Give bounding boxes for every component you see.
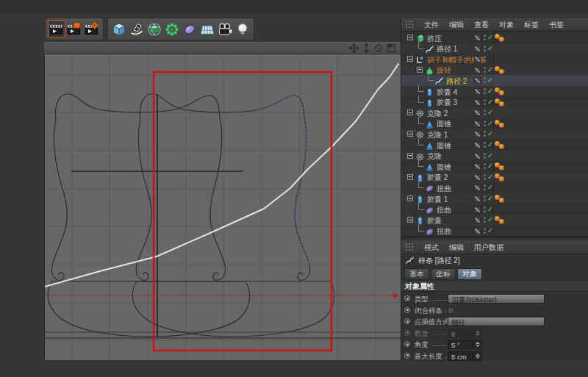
bend-object-icon[interactable] xyxy=(425,183,434,193)
layer-chip-icon[interactable] xyxy=(474,56,481,62)
object-row[interactable]: 胡子和帽子的样条 xyxy=(401,54,588,65)
layer-chip-icon[interactable] xyxy=(474,99,481,106)
spinner-icon[interactable] xyxy=(473,341,481,348)
object-label[interactable]: 路径 2 xyxy=(446,76,467,87)
object-row[interactable]: 克隆 1✓ xyxy=(401,129,588,140)
visibility-dots-icon[interactable] xyxy=(484,88,486,94)
layer-chip-icon[interactable] xyxy=(474,131,481,137)
visibility-dots-icon[interactable] xyxy=(484,131,486,137)
object-label[interactable]: 圆锥 xyxy=(437,141,451,151)
render-settings-icon[interactable] xyxy=(83,20,101,38)
enabled-check-icon[interactable]: ✓ xyxy=(487,33,493,41)
enabled-check-icon[interactable]: ✓ xyxy=(487,215,493,223)
object-label[interactable]: 扭曲 xyxy=(437,226,451,236)
animation-key-circle-icon[interactable] xyxy=(404,318,410,324)
material-tag-icon[interactable] xyxy=(499,219,504,224)
spinner-icon[interactable] xyxy=(473,353,481,359)
visibility-dots-icon[interactable] xyxy=(484,184,486,190)
material-tag-icon[interactable] xyxy=(499,90,504,96)
object-manager-menu-item[interactable]: 文件 xyxy=(424,20,439,30)
object-label[interactable]: 圆锥 xyxy=(437,119,451,129)
object-label[interactable]: 旋转 xyxy=(437,65,451,76)
attribute-manager-menu-item[interactable]: 模式 xyxy=(424,243,439,253)
spinner-icon[interactable] xyxy=(473,330,481,337)
object-manager-menu-item[interactable]: 对象 xyxy=(499,20,514,30)
light-icon[interactable] xyxy=(234,20,251,38)
layer-chip-icon[interactable] xyxy=(474,121,481,127)
enabled-check-icon[interactable]: ✓ xyxy=(487,98,493,106)
visibility-dots-icon[interactable] xyxy=(484,195,486,201)
object-label[interactable]: 圆锥 xyxy=(437,162,451,173)
expand-toggle-icon[interactable] xyxy=(407,131,413,137)
enabled-check-icon[interactable]: ✓ xyxy=(487,119,493,127)
layer-chip-icon[interactable] xyxy=(474,35,481,41)
cone-object-icon[interactable] xyxy=(425,119,434,129)
visibility-dots-icon[interactable] xyxy=(484,174,486,180)
expand-toggle-icon[interactable] xyxy=(407,56,413,62)
layer-chip-icon[interactable] xyxy=(474,88,481,95)
enabled-check-icon[interactable]: ✓ xyxy=(487,205,493,213)
object-label[interactable]: 扭曲 xyxy=(437,205,451,215)
pan-icon[interactable] xyxy=(349,43,359,53)
enabled-check-icon[interactable]: ✓ xyxy=(487,226,493,234)
object-manager-menu-item[interactable]: 编辑 xyxy=(449,20,464,30)
enabled-check-icon[interactable]: ✓ xyxy=(487,173,493,181)
checkbox-闭合样条[interactable] xyxy=(448,307,454,314)
layer-chip-icon[interactable] xyxy=(474,207,481,213)
layer-chip-icon[interactable] xyxy=(474,174,481,181)
layer-chip-icon[interactable] xyxy=(474,46,481,52)
visibility-dots-icon[interactable] xyxy=(484,207,486,212)
visibility-dots-icon[interactable] xyxy=(484,77,486,83)
object-label[interactable]: 胶囊 3 xyxy=(437,98,457,108)
tab-inactive[interactable]: 坐标 xyxy=(431,268,456,280)
object-row[interactable]: 胶囊 1✓ xyxy=(401,193,588,204)
tab-inactive[interactable]: 基本 xyxy=(404,268,429,280)
object-row[interactable]: 圆锥✓ xyxy=(401,161,588,172)
expand-toggle-icon[interactable] xyxy=(407,153,413,159)
enabled-check-icon[interactable]: ✓ xyxy=(487,129,493,137)
tab-active[interactable]: 对象 xyxy=(457,268,482,280)
capsule-object-icon[interactable] xyxy=(425,87,434,96)
object-row[interactable]: 路径 1✓ xyxy=(401,43,588,54)
vase-wireframe[interactable] xyxy=(48,94,334,337)
layer-chip-icon[interactable] xyxy=(474,77,481,84)
bend-object-icon[interactable] xyxy=(425,226,434,236)
render-view-icon[interactable] xyxy=(48,20,65,38)
cone-object-icon[interactable] xyxy=(425,162,434,171)
white-spline-path[interactable] xyxy=(45,64,398,287)
visibility-dots-icon[interactable] xyxy=(484,217,486,223)
enabled-check-icon[interactable]: ✓ xyxy=(487,140,493,148)
array-generator-icon[interactable] xyxy=(163,20,181,38)
enabled-check-icon[interactable]: ✓ xyxy=(487,183,493,191)
material-tag-icon[interactable] xyxy=(499,198,504,203)
panel-grip-icon[interactable] xyxy=(406,18,414,32)
object-manager-menu-item[interactable]: 查看 xyxy=(474,20,489,30)
floor-environment-icon[interactable] xyxy=(198,20,216,38)
deformer-ellipsoid-icon[interactable] xyxy=(181,20,198,38)
layer-chip-icon[interactable] xyxy=(474,109,481,116)
layer-chip-icon[interactable] xyxy=(474,195,481,202)
expand-toggle-icon[interactable] xyxy=(407,109,413,115)
object-label[interactable]: 胶囊 xyxy=(427,216,442,226)
panel-grip-icon[interactable] xyxy=(406,241,414,254)
layer-chip-icon[interactable] xyxy=(474,217,481,223)
animation-key-circle-icon[interactable] xyxy=(404,295,410,301)
cube-primitive-icon[interactable] xyxy=(110,20,128,38)
editable-mesh-icon[interactable] xyxy=(146,20,163,38)
enabled-check-icon[interactable]: ✓ xyxy=(487,76,493,84)
cone-object-icon[interactable] xyxy=(425,140,434,150)
number-field-角度[interactable]: 5 ° xyxy=(448,340,482,349)
object-row[interactable]: 圆锥✓ xyxy=(401,118,588,129)
expand-toggle-icon[interactable] xyxy=(417,67,423,73)
animation-key-circle-icon[interactable] xyxy=(404,341,410,347)
object-row[interactable]: 克隆✓ xyxy=(401,151,588,162)
layer-chip-icon[interactable] xyxy=(474,142,481,148)
object-row[interactable]: 扭曲✓ xyxy=(401,204,588,215)
material-tag-icon[interactable] xyxy=(499,176,504,182)
animation-key-circle-icon[interactable] xyxy=(404,307,410,313)
object-row[interactable]: 路径 2✓ xyxy=(401,75,588,86)
spline-object-icon[interactable] xyxy=(425,44,434,54)
animation-key-circle-icon[interactable] xyxy=(404,330,410,336)
object-label[interactable]: 胶囊 1 xyxy=(427,195,448,205)
visibility-dots-icon[interactable] xyxy=(484,99,486,105)
